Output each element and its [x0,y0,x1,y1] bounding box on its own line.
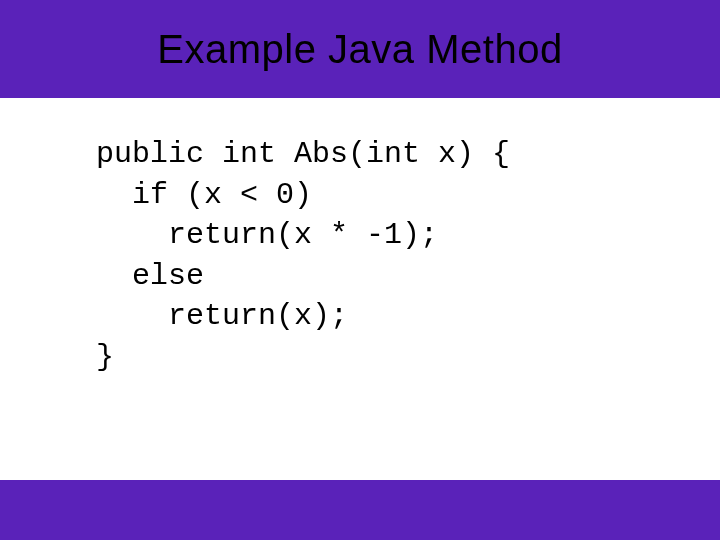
slide-body: public int Abs(int x) { if (x < 0) retur… [0,98,720,480]
title-band: Example Java Method [0,0,720,98]
footer-band [0,480,720,540]
slide-title: Example Java Method [157,27,562,72]
code-block: public int Abs(int x) { if (x < 0) retur… [96,134,720,377]
slide: Example Java Method public int Abs(int x… [0,0,720,540]
